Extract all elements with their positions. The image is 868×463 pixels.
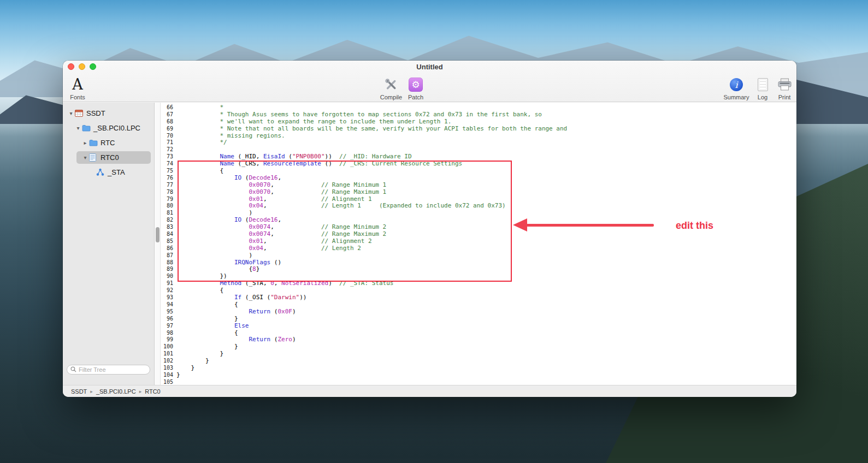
- sidebar-item-rtc[interactable]: ▸RTC: [63, 135, 154, 150]
- line-number: 101: [161, 351, 176, 358]
- line-number: 96: [161, 316, 176, 323]
- window-title: Untitled: [63, 63, 796, 71]
- folder-icon: [89, 139, 99, 146]
- code-line[interactable]: 105: [161, 379, 796, 385]
- line-number: 75: [161, 168, 176, 175]
- line-number: 94: [161, 301, 176, 308]
- breadcrumb-separator: ▸: [90, 389, 93, 394]
- line-number: 81: [161, 210, 176, 217]
- line-content: }: [176, 372, 180, 379]
- desktop: Untitled A Fonts Compile ⚙ Patch: [0, 0, 868, 463]
- patch-label: Patch: [394, 94, 438, 100]
- sidebar-tree: ▾SSDT▾_SB.PCI0.LPC▸RTC▾RTC0_STA: [63, 103, 154, 180]
- breadcrumb-item[interactable]: _SB.PCI0.LPC: [96, 388, 136, 395]
- line-number: 76: [161, 175, 176, 182]
- fonts-label: Fonts: [63, 94, 99, 100]
- line-number: 71: [161, 139, 176, 146]
- folder-icon: [82, 124, 92, 132]
- chevron-down-icon[interactable]: ▾: [74, 125, 82, 131]
- code-line[interactable]: 102 }: [161, 358, 796, 365]
- line-number: 100: [161, 343, 176, 351]
- line-number: 91: [161, 280, 176, 287]
- line-number: 68: [161, 118, 176, 126]
- print-label: Print: [763, 94, 796, 100]
- line-number: 79: [161, 196, 176, 203]
- line-number: 90: [161, 273, 176, 280]
- code-line[interactable]: 89 {8}: [161, 266, 796, 273]
- sidebar-item-label: RTC0: [101, 153, 119, 162]
- filter-tree-field: [67, 364, 150, 374]
- line-number: 84: [161, 231, 176, 238]
- print-button[interactable]: Print: [763, 76, 796, 100]
- sidebar: ▾SSDT▾_SB.PCI0.LPC▸RTC▾RTC0_STA: [63, 103, 155, 385]
- sidebar-item-ssdt[interactable]: ▾SSDT: [63, 106, 154, 121]
- breadcrumb-item[interactable]: RTC0: [145, 388, 161, 395]
- code-line[interactable]: 74 Name (_CRS, ResourceTemplate () // _C…: [161, 161, 796, 168]
- line-number: 92: [161, 287, 176, 294]
- line-number: 67: [161, 111, 176, 118]
- line-number: 66: [161, 104, 176, 111]
- code-line[interactable]: 93 If (_OSI ("Darwin")): [161, 294, 796, 301]
- window-content: ▾SSDT▾_SB.PCI0.LPC▸RTC▾RTC0_STA 66 *67 *…: [63, 103, 796, 385]
- line-number: 95: [161, 308, 176, 316]
- line-number: 72: [161, 146, 176, 153]
- line-number: 82: [161, 217, 176, 224]
- line-number: 69: [161, 126, 176, 133]
- line-number: 73: [161, 153, 176, 161]
- fonts-button[interactable]: A Fonts: [63, 76, 99, 100]
- code-line[interactable]: 71 */: [161, 139, 796, 146]
- code-line[interactable]: 91 Method (_STA, 0, NotSerialized) // _S…: [161, 280, 796, 287]
- scrollbar-thumb[interactable]: [156, 227, 160, 242]
- line-number: 93: [161, 294, 176, 301]
- code-editor[interactable]: 66 *67 * Though Asus seems to have forgo…: [161, 103, 796, 385]
- code-line[interactable]: 86 0x04, // Length 2: [161, 245, 796, 252]
- line-number: 78: [161, 189, 176, 196]
- app-window: Untitled A Fonts Compile ⚙ Patch: [63, 61, 796, 397]
- sidebar-item-label: SSDT: [86, 109, 105, 117]
- code-line[interactable]: 95 Return (0x0F): [161, 308, 796, 316]
- line-number: 80: [161, 203, 176, 210]
- line-number: 70: [161, 133, 176, 140]
- line-number: 83: [161, 224, 176, 231]
- code-line[interactable]: 100 }: [161, 343, 796, 351]
- table-icon: [75, 110, 85, 117]
- code-line[interactable]: 99 Return (Zero): [161, 336, 796, 343]
- code-line[interactable]: 103 }: [161, 365, 796, 372]
- line-number: 89: [161, 266, 176, 273]
- chevron-down-icon[interactable]: ▾: [81, 155, 89, 161]
- code-line[interactable]: 70 * missing regions.: [161, 133, 796, 140]
- statusbar: SSDT▸_SB.PCI0.LPC▸RTC0: [63, 385, 796, 397]
- code-line[interactable]: 101 }: [161, 351, 796, 358]
- code-line[interactable]: 97 Else: [161, 323, 796, 330]
- method-icon: [96, 168, 107, 176]
- patch-gear-icon: ⚙: [409, 78, 423, 92]
- line-number: 86: [161, 245, 176, 252]
- line-number: 103: [161, 365, 176, 372]
- code-lines: 66 *67 * Though Asus seems to have forgo…: [161, 104, 796, 385]
- fonts-icon: A: [72, 76, 83, 93]
- sidebar-item-label: _SB.PCI0.LPC: [93, 124, 140, 132]
- sidebar-item--sta[interactable]: _STA: [63, 165, 154, 180]
- code-line[interactable]: 80 0x04, // Length 1 (Expanded to includ…: [161, 203, 796, 210]
- patch-button[interactable]: ⚙ Patch: [394, 76, 438, 100]
- pane-splitter[interactable]: [155, 103, 161, 385]
- sidebar-item-label: _STA: [108, 168, 125, 176]
- window-header: Untitled A Fonts Compile ⚙ Patch: [63, 61, 796, 102]
- line-number: 88: [161, 259, 176, 266]
- statusbar-path: SSDT▸_SB.PCI0.LPC▸RTC0: [71, 388, 161, 395]
- code-line[interactable]: 104}: [161, 372, 796, 379]
- line-number: 97: [161, 323, 176, 330]
- filter-tree-input[interactable]: [67, 365, 150, 375]
- code-line[interactable]: 96 }: [161, 316, 796, 323]
- breadcrumb-item[interactable]: SSDT: [71, 388, 87, 395]
- sidebar-item--sb-pci0-lpc[interactable]: ▾_SB.PCI0.LPC: [63, 121, 154, 135]
- sidebar-item-rtc0[interactable]: ▾RTC0: [63, 150, 154, 165]
- chevron-right-icon[interactable]: ▸: [81, 140, 89, 146]
- line-number: 104: [161, 372, 176, 379]
- breadcrumb-separator: ▸: [139, 389, 142, 394]
- line-number: 74: [161, 161, 176, 168]
- chevron-down-icon[interactable]: ▾: [67, 110, 75, 116]
- line-number: 105: [161, 379, 176, 385]
- line-content: */: [176, 139, 227, 146]
- sidebar-item-label: RTC: [101, 139, 115, 147]
